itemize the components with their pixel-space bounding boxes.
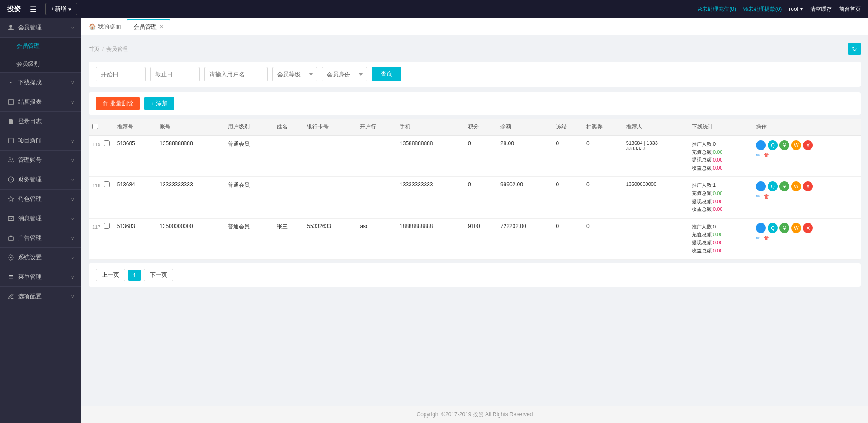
sidebar-item-member-list[interactable]: 会员管理 [0, 38, 81, 55]
row-checkbox[interactable] [104, 181, 110, 187]
action-detail-button[interactable]: i [756, 181, 766, 191]
finance-icon [7, 176, 14, 183]
username-input[interactable] [204, 67, 268, 81]
sidebar-item-admin-account[interactable]: 管理账号 ∨ [0, 151, 81, 170]
breadcrumb-home[interactable]: 首页 [89, 45, 99, 53]
action-view-button[interactable]: Q [768, 223, 778, 233]
row-checkbox[interactable] [104, 140, 110, 146]
action-view-button[interactable]: Q [768, 140, 778, 150]
plus-icon: + [151, 100, 154, 107]
col-header-index: 推荐号 [113, 119, 156, 136]
breadcrumb-current: 会员管理 [106, 45, 128, 53]
sidebar-label-finance: 财务管理 [18, 176, 42, 184]
unprocessed-withdraw-link[interactable]: %未处理提款(0) [743, 5, 782, 13]
role-icon [7, 195, 14, 203]
sidebar-item-login-log[interactable]: 登录日志 [0, 112, 81, 131]
cell-frozen: 0 [552, 136, 583, 177]
sidebar-sub-member: 会员管理 会员级别 [0, 38, 81, 73]
delete-link[interactable]: 🗑 [764, 193, 769, 200]
cell-downline: 推广人数:1 充值总额:0.00 提现总额:0.00 收益总额:0.00 [688, 177, 752, 218]
current-page[interactable]: 1 [128, 270, 141, 281]
action-recharge-button[interactable]: ¥ [779, 181, 789, 191]
action-bar: 🗑 批量删除 + 添加 [89, 92, 861, 115]
cell-bank [356, 136, 396, 177]
table-row: 117 513683 13500000000 普通会员 张三 55332633 … [89, 218, 861, 259]
chevron-icon8: ∨ [71, 236, 74, 241]
chevron-icon9: ∨ [71, 255, 74, 260]
select-all-checkbox[interactable] [92, 124, 98, 129]
chevron-icon11: ∨ [71, 294, 74, 299]
row-checkbox[interactable] [104, 223, 110, 229]
action-disable-button[interactable]: X [803, 223, 813, 233]
content-area: 首页 / 会员管理 ↻ 会员等级 会员身份 查询 [81, 35, 868, 406]
unprocessed-recharge-link[interactable]: %未处理充值(0) [698, 5, 736, 13]
sidebar-item-finance[interactable]: 财务管理 ∨ [0, 170, 81, 190]
sidebar-item-system[interactable]: 系统设置 ∨ [0, 248, 81, 267]
edit-link[interactable]: ✏ [756, 193, 760, 200]
tab-member-mgmt[interactable]: 会员管理 ✕ [127, 19, 170, 34]
sidebar-item-member-level[interactable]: 会员级别 [0, 55, 81, 73]
prev-page-button[interactable]: 上一页 [96, 269, 125, 281]
user-dropdown[interactable]: root ▾ [789, 6, 803, 12]
clear-cache-button[interactable]: 清空缓存 [810, 5, 832, 13]
edit-link[interactable]: ✏ [756, 152, 760, 158]
action-withdraw-button[interactable]: W [791, 223, 801, 233]
next-page-button[interactable]: 下一页 [144, 269, 173, 281]
delete-link[interactable]: 🗑 [764, 152, 769, 158]
frontend-link[interactable]: 前台首页 [839, 5, 861, 13]
tab-close-button[interactable]: ✕ [160, 24, 164, 30]
sidebar-item-option[interactable]: 选项配置 ∨ [0, 287, 81, 306]
sidebar-item-report[interactable]: 结算报表 ∨ [0, 92, 81, 112]
sidebar-item-downline[interactable]: 下线提成 ∨ [0, 73, 81, 92]
cell-action: i Q ¥ W X ✏ 🗑 [752, 136, 861, 177]
table-row: 118 513684 13333333333 普通会员 13333333333 … [89, 177, 861, 218]
user-arrow-icon: ▾ [800, 6, 803, 12]
tab-home[interactable]: 🏠 我的桌面 [89, 23, 127, 31]
sidebar-item-ads[interactable]: 广告管理 ∨ [0, 228, 81, 248]
sidebar-item-message[interactable]: 消息管理 ∨ [0, 209, 81, 228]
action-disable-button[interactable]: X [803, 181, 813, 191]
menu-toggle-button[interactable]: ☰ [26, 3, 40, 15]
start-date-input[interactable] [96, 67, 146, 81]
cell-name: 张三 [273, 218, 303, 259]
sidebar-item-member-mgmt[interactable]: 会员管理 ∨ [0, 18, 81, 38]
cell-referral-no: 513683 [113, 218, 156, 259]
add-new-button[interactable]: +新增 ▾ [45, 3, 77, 15]
action-withdraw-button[interactable]: W [791, 181, 801, 191]
cell-referrer: 513684 | 13333333333 [623, 136, 688, 177]
refresh-button[interactable]: ↻ [848, 43, 861, 55]
delete-link[interactable]: 🗑 [764, 235, 769, 241]
action-disable-button[interactable]: X [803, 140, 813, 150]
cell-frozen: 0 [552, 177, 583, 218]
end-date-input[interactable] [150, 67, 200, 81]
chevron-icon6: ∨ [71, 197, 74, 202]
row-index: 117 [92, 224, 100, 230]
log-icon [7, 118, 14, 125]
cell-points: 0 [464, 136, 497, 177]
sidebar-item-order[interactable]: ☰ 菜单管理 ∨ [0, 267, 81, 287]
action-detail-button[interactable]: i [756, 223, 766, 233]
cell-downline: 推广人数:0 充值总额:0.00 提现总额:0.00 收益总额:0.00 [688, 218, 752, 259]
batch-delete-button[interactable]: 🗑 批量删除 [96, 97, 140, 110]
member-level-select[interactable]: 会员等级 [272, 67, 317, 81]
query-button[interactable]: 查询 [372, 67, 401, 81]
col-header-action: 操作 [752, 119, 861, 136]
table-row: 119 513685 13588888888 普通会员 13588888888 … [89, 136, 861, 177]
cell-bank-card [303, 177, 356, 218]
cell-user-level: 普通会员 [224, 177, 273, 218]
action-withdraw-button[interactable]: W [791, 140, 801, 150]
member-identity-select[interactable]: 会员身份 [322, 67, 367, 81]
sidebar-item-project-news[interactable]: 项目新闻 ∨ [0, 131, 81, 151]
action-detail-button[interactable]: i [756, 140, 766, 150]
action-recharge-button[interactable]: ¥ [779, 140, 789, 150]
cell-action: i Q ¥ W X ✏ 🗑 [752, 218, 861, 259]
cell-bank: asd [356, 218, 396, 259]
sidebar-item-role[interactable]: 角色管理 ∨ [0, 190, 81, 209]
chevron-icon10: ∨ [71, 275, 74, 280]
action-view-button[interactable]: Q [768, 181, 778, 191]
action-recharge-button[interactable]: ¥ [779, 223, 789, 233]
tabs-bar: 🏠 我的桌面 会员管理 ✕ [81, 18, 868, 35]
add-member-button[interactable]: + 添加 [144, 97, 174, 110]
edit-link[interactable]: ✏ [756, 235, 760, 241]
downline-icon [7, 79, 14, 86]
